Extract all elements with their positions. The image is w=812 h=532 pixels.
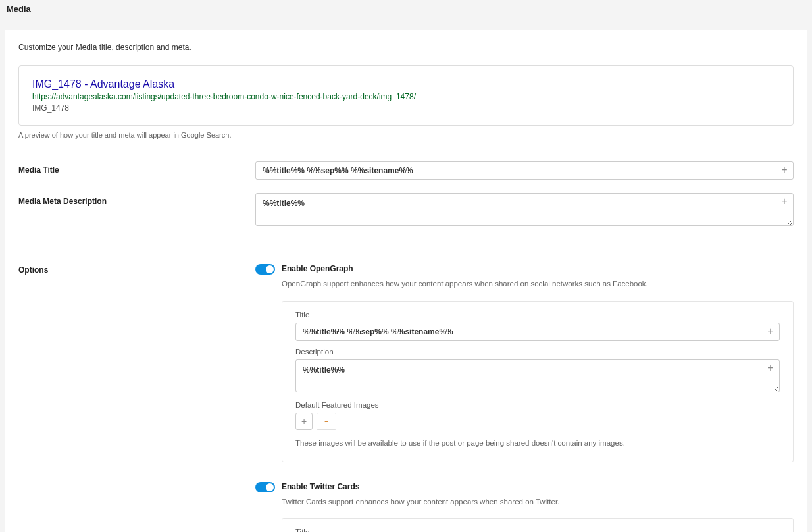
opengraph-desc: OpenGraph support enhances how your cont…: [282, 279, 794, 290]
media-title-row: Media Title +: [18, 161, 794, 180]
twitter-desc: Twitter Cards support enhances how your …: [282, 496, 794, 508]
twitter-toggle-label: Enable Twitter Cards: [282, 482, 359, 491]
media-desc-input[interactable]: [255, 193, 794, 226]
insert-variable-button[interactable]: +: [764, 325, 777, 338]
options-heading: Options: [18, 264, 255, 275]
og-title-label: Title: [295, 311, 780, 319]
twitter-block: Enable Twitter Cards Twitter Cards suppo…: [255, 482, 794, 532]
intro-text: Customize your Media title, description …: [18, 43, 794, 52]
add-image-button[interactable]: +: [295, 413, 313, 430]
media-desc-row: Media Meta Description +: [18, 193, 794, 228]
insert-variable-button[interactable]: +: [778, 195, 791, 208]
og-title-input[interactable]: [295, 323, 780, 341]
og-desc-input[interactable]: [295, 359, 780, 392]
opengraph-toggle-label: Enable OpenGraph: [282, 264, 353, 273]
preview-title: IMG_1478 - Advantage Alaska: [32, 78, 780, 92]
og-images-note: These images will be available to use if…: [295, 438, 780, 448]
insert-variable-button[interactable]: +: [764, 361, 777, 375]
media-title-label: Media Title: [18, 161, 255, 174]
og-desc-label: Description: [295, 348, 780, 356]
insert-variable-button[interactable]: +: [778, 163, 791, 176]
search-preview: IMG_1478 - Advantage Alaska https://adva…: [18, 65, 794, 126]
twitter-subpanel: Title + Description +: [282, 518, 794, 532]
featured-image-thumb[interactable]: [317, 413, 336, 430]
twitter-toggle[interactable]: [255, 482, 275, 492]
preview-snippet: IMG_1478: [32, 103, 780, 114]
section-heading: Media: [0, 0, 812, 30]
og-images-label: Default Featured Images: [295, 401, 780, 409]
divider: [18, 248, 794, 248]
opengraph-toggle[interactable]: [255, 264, 275, 275]
media-desc-label: Media Meta Description: [18, 193, 255, 206]
media-settings-panel: Customize your Media title, description …: [5, 30, 807, 532]
preview-caption: A preview of how your title and meta wil…: [18, 131, 794, 139]
media-title-input[interactable]: [255, 161, 794, 180]
opengraph-block: Enable OpenGraph OpenGraph support enhan…: [255, 264, 794, 462]
opengraph-subpanel: Title + Description + Default Featured I…: [282, 301, 794, 462]
preview-url: https://advantagealaska.com/listings/upd…: [32, 92, 780, 103]
tw-title-label: Title: [295, 528, 780, 532]
